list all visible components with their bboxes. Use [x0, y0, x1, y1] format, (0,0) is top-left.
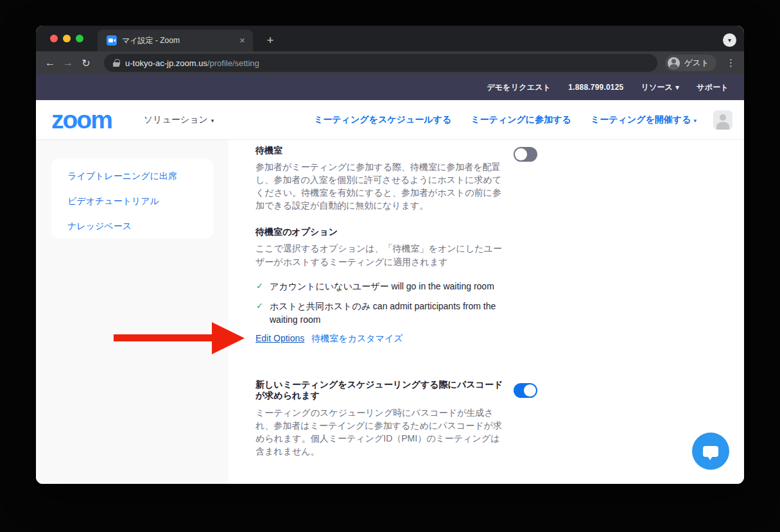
site-header: zoom ソリューション ミーティングをスケジュールする ミーティングに参加する…	[36, 100, 744, 140]
chat-support-button[interactable]	[692, 433, 729, 470]
window-zoom-icon[interactable]	[76, 35, 83, 42]
window-close-icon[interactable]	[50, 35, 58, 42]
phone-number: 1.888.799.0125	[568, 83, 623, 92]
new-tab-button[interactable]	[262, 32, 279, 49]
back-button[interactable]	[41, 57, 59, 69]
caret-down-icon	[211, 117, 214, 124]
browser-toolbar: u-tokyo-ac-jp.zoom.us /profile/setting ゲ…	[36, 51, 744, 74]
guest-label: ゲスト	[684, 58, 709, 69]
nav-join-meeting[interactable]: ミーティングに参加する	[471, 114, 571, 126]
support-link[interactable]: サポート	[697, 82, 729, 93]
waiting-room-description: 参加者がミーティングに参加する際、待機室に参加者を配置し、参加者の入室を個別に許…	[256, 160, 507, 212]
customize-waiting-room-link[interactable]: 待機室をカスタマイズ	[311, 333, 403, 345]
tab-close-icon[interactable]	[239, 37, 245, 45]
site-nav: ミーティングをスケジュールする ミーティングに参加する ミーティングを開催する	[314, 114, 697, 126]
left-panel: ライブトレーニングに出席 ビデオチュートリアル ナレッジベース	[36, 140, 229, 484]
avatar[interactable]	[713, 110, 732, 130]
window-minimize-icon[interactable]	[63, 35, 71, 42]
annotation-arrow-head-icon	[212, 322, 245, 354]
browser-menu-icon[interactable]	[724, 57, 737, 69]
caret-down-icon	[675, 83, 679, 92]
zoom-favicon-icon	[107, 35, 117, 46]
sidebar-item-knowledge-base[interactable]: ナレッジベース	[67, 221, 213, 232]
url-path: /profile/setting	[207, 58, 259, 68]
waiting-room-toggle[interactable]	[514, 147, 537, 162]
reload-button[interactable]	[77, 57, 95, 69]
edit-options-link[interactable]: Edit Options	[256, 333, 304, 343]
page-content: ライブトレーニングに出席 ビデオチュートリアル ナレッジベース 待機室 参加者が…	[36, 140, 744, 484]
url-domain: u-tokyo-ac-jp.zoom.us	[125, 58, 207, 68]
waiting-room-options-title: 待機室のオプション	[256, 227, 338, 237]
sidebar-item-live-training[interactable]: ライブトレーニングに出席	[67, 171, 213, 182]
person-icon	[668, 57, 680, 69]
passcode-description: ミーティングのスケジューリング時にパスコードが生成され、参加者はミーテイングに参…	[256, 406, 507, 458]
check-icon	[256, 281, 264, 291]
resources-menu[interactable]: リソース	[641, 82, 679, 93]
nav-schedule-meeting[interactable]: ミーティングをスケジュールする	[314, 114, 451, 126]
lock-icon	[113, 59, 119, 67]
zoom-logo[interactable]: zoom	[51, 107, 112, 132]
request-demo-link[interactable]: デモをリクエスト	[487, 82, 551, 93]
waiting-room-title: 待機室	[256, 145, 282, 156]
check-icon	[256, 301, 264, 311]
forward-button[interactable]	[59, 57, 77, 69]
profile-guest-badge[interactable]: ゲスト	[665, 55, 716, 71]
browser-tab[interactable]: マイ設定 - Zoom	[98, 30, 253, 51]
caret-down-icon	[693, 117, 697, 124]
url-bar[interactable]: u-tokyo-ac-jp.zoom.us /profile/setting	[104, 54, 657, 72]
option-text: ホストと共同ホストのみ can admit participants from …	[270, 300, 503, 327]
tab-title: マイ設定 - Zoom	[122, 35, 239, 46]
chat-bubble-icon	[703, 446, 718, 457]
browser-window: マイ設定 - Zoom u-tokyo-ac-jp.zoom.us /profi…	[36, 26, 744, 484]
option-row: アカウントにいないユーザー will go in the waiting roo…	[256, 280, 511, 293]
tab-search-chevron-icon[interactable]	[723, 33, 736, 47]
sidebar-card: ライブトレーニングに出席 ビデオチュートリアル ナレッジベース	[51, 159, 213, 238]
site-topbar: デモをリクエスト 1.888.799.0125 リソース サポート	[36, 74, 744, 100]
nav-host-meeting[interactable]: ミーティングを開催する	[591, 114, 697, 126]
passcode-title: 新しいミーティングをスケジューリングする際にパスコードが求められます	[256, 379, 507, 401]
waiting-room-options-description: ここで選択するオプションは、「待機室」をオンにしたユーザーがホストするミーティン…	[256, 242, 511, 269]
waiting-room-links: Edit Options 待機室をカスタマイズ	[256, 333, 403, 345]
option-row: ホストと共同ホストのみ can admit participants from …	[256, 300, 503, 327]
sidebar-item-video-tutorials[interactable]: ビデオチュートリアル	[67, 196, 213, 207]
annotation-arrow	[114, 334, 214, 341]
option-text: アカウントにいないユーザー will go in the waiting roo…	[270, 280, 494, 293]
passcode-toggle[interactable]	[514, 383, 537, 398]
tab-strip: マイ設定 - Zoom	[36, 26, 744, 51]
solutions-menu[interactable]: ソリューション	[144, 114, 214, 126]
